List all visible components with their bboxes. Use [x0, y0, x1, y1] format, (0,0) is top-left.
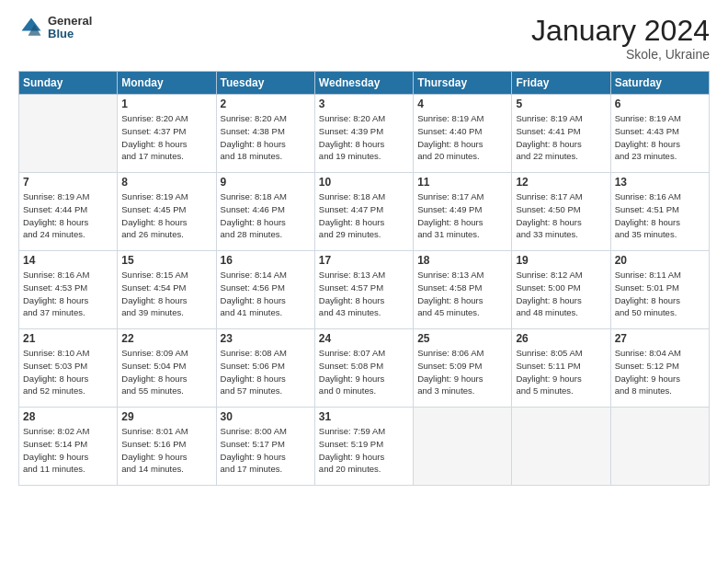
calendar-week-row-2: 14Sunrise: 8:16 AMSunset: 4:53 PMDayligh… [19, 251, 710, 329]
day-number: 23 [221, 332, 311, 345]
calendar-cell: 14Sunrise: 8:16 AMSunset: 4:53 PMDayligh… [19, 251, 118, 329]
day-info: Sunrise: 8:19 AMSunset: 4:45 PMDaylight:… [121, 190, 211, 241]
day-number: 19 [516, 254, 606, 267]
calendar-week-row-1: 7Sunrise: 8:19 AMSunset: 4:44 PMDaylight… [19, 173, 710, 251]
calendar-cell [610, 408, 709, 486]
day-number: 9 [221, 176, 311, 189]
day-number: 6 [615, 98, 705, 110]
subtitle: Skole, Ukraine [531, 47, 710, 62]
calendar-cell: 15Sunrise: 8:15 AMSunset: 4:54 PMDayligh… [118, 251, 216, 329]
day-number: 31 [319, 410, 409, 423]
day-info: Sunrise: 8:13 AMSunset: 4:57 PMDaylight:… [319, 269, 409, 319]
day-number: 16 [221, 254, 311, 267]
calendar-cell: 30Sunrise: 8:00 AMSunset: 5:17 PMDayligh… [216, 408, 314, 486]
day-info: Sunrise: 8:18 AMSunset: 4:47 PMDaylight:… [319, 190, 409, 241]
day-info: Sunrise: 8:02 AMSunset: 5:14 PMDaylight:… [23, 425, 113, 476]
day-info: Sunrise: 8:01 AMSunset: 5:16 PMDaylight:… [121, 425, 211, 476]
logo-blue-label: Blue [48, 28, 92, 40]
day-number: 8 [121, 176, 211, 189]
calendar-cell: 17Sunrise: 8:13 AMSunset: 4:57 PMDayligh… [314, 251, 413, 329]
day-info: Sunrise: 8:19 AMSunset: 4:44 PMDaylight:… [23, 190, 113, 241]
day-info: Sunrise: 8:19 AMSunset: 4:41 PMDaylight:… [516, 112, 606, 163]
day-number: 5 [516, 98, 606, 110]
calendar-cell: 28Sunrise: 8:02 AMSunset: 5:14 PMDayligh… [19, 408, 118, 486]
calendar-header-row: Sunday Monday Tuesday Wednesday Thursday… [19, 72, 710, 95]
day-info: Sunrise: 8:16 AMSunset: 4:51 PMDaylight:… [615, 190, 705, 241]
day-number: 17 [319, 254, 409, 267]
day-number: 1 [121, 98, 211, 110]
calendar-cell: 5Sunrise: 8:19 AMSunset: 4:41 PMDaylight… [512, 95, 610, 173]
day-info: Sunrise: 8:20 AMSunset: 4:38 PMDaylight:… [221, 112, 311, 163]
calendar-cell: 4Sunrise: 8:19 AMSunset: 4:40 PMDaylight… [414, 95, 512, 173]
calendar-cell: 6Sunrise: 8:19 AMSunset: 4:43 PMDaylight… [610, 95, 709, 173]
calendar-cell: 21Sunrise: 8:10 AMSunset: 5:03 PMDayligh… [19, 329, 118, 408]
logo-general-label: General [48, 15, 92, 28]
day-info: Sunrise: 8:15 AMSunset: 4:54 PMDaylight:… [121, 269, 211, 319]
calendar-cell: 27Sunrise: 8:04 AMSunset: 5:12 PMDayligh… [610, 329, 709, 408]
col-tuesday: Tuesday [216, 72, 314, 95]
day-info: Sunrise: 8:18 AMSunset: 4:46 PMDaylight:… [221, 190, 311, 241]
calendar-cell: 23Sunrise: 8:08 AMSunset: 5:06 PMDayligh… [216, 329, 314, 408]
calendar-cell: 20Sunrise: 8:11 AMSunset: 5:01 PMDayligh… [610, 251, 709, 329]
calendar-cell: 24Sunrise: 8:07 AMSunset: 5:08 PMDayligh… [314, 329, 413, 408]
day-number: 4 [417, 98, 507, 110]
day-number: 14 [23, 254, 113, 267]
calendar-week-row-3: 21Sunrise: 8:10 AMSunset: 5:03 PMDayligh… [19, 329, 710, 408]
col-wednesday: Wednesday [314, 72, 413, 95]
day-number: 7 [23, 176, 113, 189]
day-info: Sunrise: 8:05 AMSunset: 5:11 PMDaylight:… [516, 347, 606, 397]
day-number: 13 [615, 176, 705, 189]
day-info: Sunrise: 8:19 AMSunset: 4:40 PMDaylight:… [417, 112, 507, 163]
calendar-cell: 13Sunrise: 8:16 AMSunset: 4:51 PMDayligh… [610, 173, 709, 251]
day-info: Sunrise: 8:06 AMSunset: 5:09 PMDaylight:… [417, 347, 507, 397]
day-number: 27 [615, 332, 705, 345]
calendar-cell: 11Sunrise: 8:17 AMSunset: 4:49 PMDayligh… [414, 173, 512, 251]
calendar-cell [512, 408, 610, 486]
day-info: Sunrise: 8:17 AMSunset: 4:50 PMDaylight:… [516, 190, 606, 241]
day-info: Sunrise: 8:10 AMSunset: 5:03 PMDaylight:… [23, 347, 113, 397]
calendar-cell: 31Sunrise: 7:59 AMSunset: 5:19 PMDayligh… [314, 408, 413, 486]
calendar-cell: 19Sunrise: 8:12 AMSunset: 5:00 PMDayligh… [512, 251, 610, 329]
day-number: 30 [221, 410, 311, 423]
day-number: 28 [23, 410, 113, 423]
day-number: 2 [221, 98, 311, 110]
calendar-week-row-0: 1Sunrise: 8:20 AMSunset: 4:37 PMDaylight… [19, 95, 710, 173]
calendar-cell: 25Sunrise: 8:06 AMSunset: 5:09 PMDayligh… [414, 329, 512, 408]
day-number: 20 [615, 254, 705, 267]
day-info: Sunrise: 8:20 AMSunset: 4:39 PMDaylight:… [319, 112, 409, 163]
col-sunday: Sunday [19, 72, 118, 95]
day-number: 29 [121, 410, 211, 423]
day-info: Sunrise: 8:11 AMSunset: 5:01 PMDaylight:… [615, 269, 705, 319]
day-number: 24 [319, 332, 409, 345]
col-monday: Monday [118, 72, 216, 95]
day-info: Sunrise: 8:00 AMSunset: 5:17 PMDaylight:… [221, 425, 311, 476]
calendar-cell: 7Sunrise: 8:19 AMSunset: 4:44 PMDaylight… [19, 173, 118, 251]
calendar-cell: 18Sunrise: 8:13 AMSunset: 4:58 PMDayligh… [414, 251, 512, 329]
svg-marker-0 [22, 18, 41, 31]
calendar-table: Sunday Monday Tuesday Wednesday Thursday… [18, 71, 710, 486]
logo: General Blue [18, 15, 92, 41]
day-info: Sunrise: 8:17 AMSunset: 4:49 PMDaylight:… [417, 190, 507, 241]
day-number: 10 [319, 176, 409, 189]
logo-icon [18, 15, 44, 40]
day-number: 22 [121, 332, 211, 345]
day-info: Sunrise: 8:16 AMSunset: 4:53 PMDaylight:… [23, 269, 113, 319]
calendar-cell: 26Sunrise: 8:05 AMSunset: 5:11 PMDayligh… [512, 329, 610, 408]
day-info: Sunrise: 8:07 AMSunset: 5:08 PMDaylight:… [319, 347, 409, 397]
day-info: Sunrise: 8:14 AMSunset: 4:56 PMDaylight:… [221, 269, 311, 319]
calendar-cell [414, 408, 512, 486]
day-info: Sunrise: 8:12 AMSunset: 5:00 PMDaylight:… [516, 269, 606, 319]
calendar-cell [19, 95, 118, 173]
day-info: Sunrise: 8:13 AMSunset: 4:58 PMDaylight:… [417, 269, 507, 319]
day-number: 25 [417, 332, 507, 345]
day-info: Sunrise: 8:04 AMSunset: 5:12 PMDaylight:… [615, 347, 705, 397]
day-info: Sunrise: 8:20 AMSunset: 4:37 PMDaylight:… [121, 112, 211, 163]
calendar-cell: 10Sunrise: 8:18 AMSunset: 4:47 PMDayligh… [314, 173, 413, 251]
calendar-week-row-4: 28Sunrise: 8:02 AMSunset: 5:14 PMDayligh… [19, 408, 710, 486]
calendar-cell: 16Sunrise: 8:14 AMSunset: 4:56 PMDayligh… [216, 251, 314, 329]
page: General Blue January 2024 Skole, Ukraine… [0, 0, 728, 563]
day-info: Sunrise: 8:09 AMSunset: 5:04 PMDaylight:… [121, 347, 211, 397]
header: General Blue January 2024 Skole, Ukraine [18, 15, 710, 62]
day-info: Sunrise: 8:08 AMSunset: 5:06 PMDaylight:… [221, 347, 311, 397]
day-info: Sunrise: 8:19 AMSunset: 4:43 PMDaylight:… [615, 112, 705, 163]
